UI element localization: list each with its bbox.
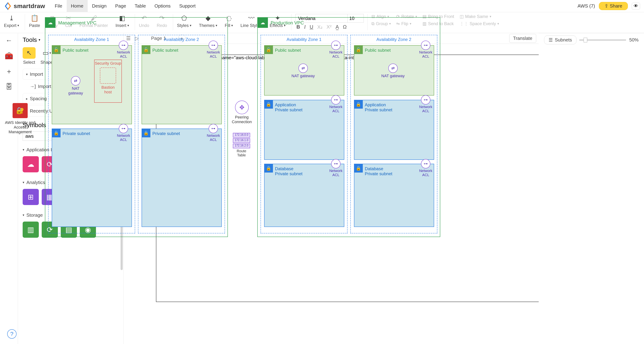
cursor-icon: ↖ [23,47,36,59]
layers-pill[interactable]: ☰Subnets [544,35,576,44]
lock-icon: 🔓 [142,45,150,54]
nacl-icon: ⊶ [208,124,218,133]
nacl-icon: ⊶ [331,159,340,168]
import-label: Import [30,71,43,77]
zoom-thumb[interactable] [584,38,587,42]
nacl-block[interactable]: ⊶NetworkACL [207,124,220,142]
mgmt-az2-public-subnet[interactable]: 🔓 Public subnet ⊶NetworkACL [142,45,222,124]
symbol-item[interactable]: ☁ [23,156,39,172]
nacl-icon: ⊶ [331,95,340,104]
prod-az2[interactable]: Availability Zone 2 🔓 Public subnet ⊶Net… [350,44,437,233]
layers-icon: ☰ [548,37,553,43]
mgmt-az1-public-subnet[interactable]: 🔓 Public subnet ⊶NetworkACL ⇄NATgateway … [124,45,132,124]
drawing-canvas[interactable]: < Div class="cloud-label" data-name="aws… [124,44,539,344]
menu-page[interactable]: Page [111,0,130,12]
prod-az1-db-subnet[interactable]: 🔒 DatabasePrivate subnet ⊶NetworkACL [264,164,344,227]
nacl-l1: Network [207,50,220,54]
chevron-down-icon[interactable]: ▾ [39,38,40,42]
production-vpc[interactable]: ☁ Production VPC Availability Zone 1 🔓 P… [257,44,440,237]
db-subnet-label: DatabasePrivate subnet [275,166,302,176]
menu-options[interactable]: Options [150,0,175,12]
nacl-block[interactable]: ⊶NetworkACL [419,95,432,113]
translate-button[interactable]: Translate [509,34,536,43]
peering-connection[interactable]: ✥PeeringConnection [232,100,252,124]
make-same-label: Make Same [465,14,488,19]
nacl-icon: ⊶ [124,124,128,133]
zoom-value[interactable]: 50% [629,37,638,43]
space-evenly-icon: ⋮⋮ [460,21,468,26]
rail-add-button[interactable]: ＋ [5,67,13,75]
mgmt-az1[interactable]: Availability Zone 1 🔓 Public subnet ⊶Net… [124,44,135,233]
lock-icon: 🔒 [264,164,273,173]
nacl-block[interactable]: ⊶NetworkACL [329,95,342,113]
nacl-block[interactable]: ⊶NetworkACL [207,44,220,58]
nacl-l2: ACL [329,54,342,58]
share-button[interactable]: ⇪ Share [599,2,628,10]
prod-az2-app-subnet[interactable]: 🔒 ApplicationPrivate subnet ⊶NetworkACL [354,100,434,160]
app-subnet-label: ApplicationPrivate subnet [365,102,392,112]
document-name[interactable]: AWS (7) [578,3,595,9]
rt-row: 172.16.2.0 [233,144,250,148]
symbol-item[interactable]: ▥ [23,222,39,238]
nacl-block[interactable]: ⊶NetworkACL [419,44,432,58]
space-evenly-label: Space Evenly [470,21,496,26]
prod-az2-db-subnet[interactable]: 🔒 DatabasePrivate subnet ⊶NetworkACL [354,164,434,227]
rail-data-button[interactable]: 🗄 [5,83,13,91]
preview-button[interactable]: 👁 [632,3,640,9]
make-same-button[interactable]: ◫Make Same▾ [460,14,499,19]
rail-back-button[interactable]: ← [5,36,13,44]
rail-toolbox-button[interactable]: 🧰 [5,52,13,60]
management-vpc[interactable]: ☁ Management VPC Availability Zone 1 🔓 P… [124,44,228,237]
nacl-block[interactable]: ⊶NetworkACL [124,124,130,142]
paste-label: Paste [29,23,40,28]
nat-icon: ⇄ [388,63,398,73]
menu-home[interactable]: Home [67,0,88,12]
zoom-slider[interactable] [579,39,626,40]
zoom-control: 50% [579,37,638,43]
subnets-label: Subnets [555,37,572,43]
route-table[interactable]: 172.16.0.0 172.16.1.0 172.16.2.0 Route T… [233,133,250,157]
export-button[interactable]: ⤓Export▾ [4,14,19,28]
prod-az1-app-subnet[interactable]: 🔒 ApplicationPrivate subnet ⊶NetworkACL [264,100,344,160]
mgmt-az2[interactable]: Availability Zone 2 🔓 Public subnet ⊶Net… [138,44,225,233]
space-evenly-button[interactable]: ⋮⋮Space Evenly▾ [460,21,499,26]
tool-select[interactable]: ↖Select [23,47,36,65]
rt-label: Route Table [233,149,250,157]
public-subnet-label: Public subnet [365,48,391,53]
canvas-area: ☰ ▷ Page 1 ＋ Translate < Div class="clou… [124,33,539,344]
nacl-block[interactable]: ⊶NetworkACL [329,159,342,177]
prod-az1[interactable]: Availability Zone 1 🔓 Public subnet ⊶Net… [260,44,348,233]
nacl-block[interactable]: ⊶NetworkACL [124,44,130,58]
line-style-icon: 〰 [248,14,254,22]
public-subnet-label: Public subnet [275,48,301,53]
symbol-item[interactable]: ⊞ [23,189,39,205]
private-subnet-label: Private subnet [152,131,180,136]
prod-az2-public-subnet[interactable]: 🔓 Public subnet ⊶NetworkACL ⇄NAT gateway [354,45,434,95]
chevron-down-icon: ▾ [23,180,24,184]
prod-az1-public-subnet[interactable]: 🔓 Public subnet ⊶NetworkACL ⇄NAT gateway [264,45,344,95]
tools-title-text: Tools [23,36,37,43]
nat-gateway[interactable]: ⇄NAT gateway [381,63,405,78]
lock-icon: 🔓 [264,45,273,54]
logo-icon [4,2,12,10]
mgmt-az1-private-subnet[interactable]: 🔒 Private subnet ⊶NetworkACL [124,129,132,227]
nacl-l2: ACL [419,109,432,113]
nacl-block[interactable]: ⊶NetworkACL [329,44,342,58]
cat-analytics-label: Analytics [26,180,45,185]
peer-l1: Peering [232,115,252,120]
nacl-l1: Network [207,134,220,138]
mgmt-az2-private-subnet[interactable]: 🔒 Private subnet ⊶NetworkACL [142,129,222,227]
paste-button[interactable]: 📋Paste [29,14,40,28]
nacl-icon: ⊶ [124,44,128,50]
nacl-block[interactable]: ⊶NetworkACL [419,159,432,177]
tool-select-label: Select [23,60,35,65]
menu-table[interactable]: Table [130,0,150,12]
nat-gateway[interactable]: ⇄NAT gateway [292,63,315,78]
menu-file[interactable]: File [50,0,67,12]
help-button[interactable]: ? [7,329,16,339]
menu-support[interactable]: Support [175,0,200,12]
menu-design[interactable]: Design [88,0,111,12]
export-label: Export [4,23,16,28]
nat-label: NAT gateway [292,74,315,78]
nacl-l2: ACL [124,54,130,58]
